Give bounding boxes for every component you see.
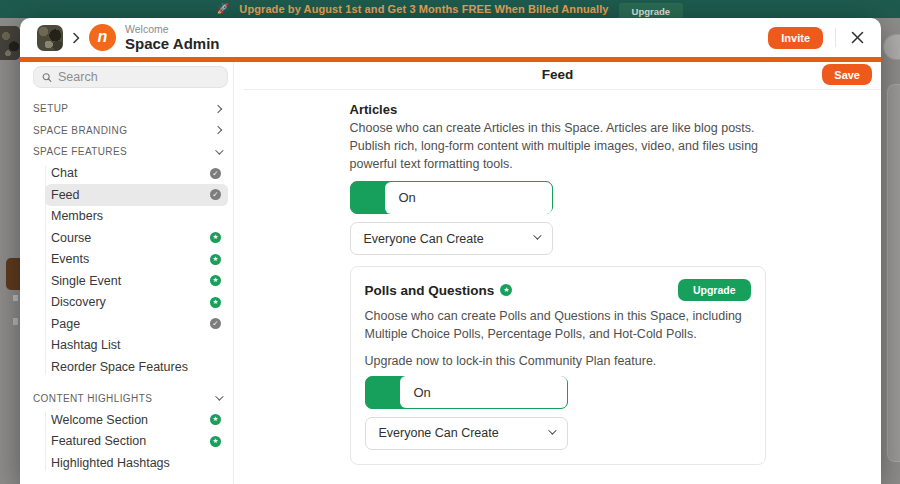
sidebar-group-content-highlights: Welcome Section★Featured Section★Highlig…: [33, 409, 228, 474]
banner-upgrade-button[interactable]: Upgrade: [619, 3, 684, 20]
content-title: Feed: [234, 62, 881, 88]
sidebar-item-single-event[interactable]: Single Event★: [45, 270, 228, 292]
sidebar-section-label: CONTENT HIGHLIGHTS: [33, 393, 152, 404]
close-button[interactable]: [848, 28, 867, 47]
polls-toggle-value: On: [414, 385, 431, 400]
premium-star-icon: ★: [210, 297, 221, 308]
articles-permission-select[interactable]: Everyone Can Create: [350, 222, 553, 255]
background-decoration: [13, 318, 18, 325]
sidebar-item-label: Welcome Section: [51, 413, 148, 427]
close-icon: [850, 30, 865, 45]
premium-star-icon: ★: [210, 436, 221, 447]
chevron-right-icon: [214, 105, 222, 113]
articles-permission-value: Everyone Can Create: [364, 232, 484, 246]
sidebar-item-events[interactable]: Events★: [45, 249, 228, 271]
polls-upgrade-button[interactable]: Upgrade: [678, 279, 751, 301]
sidebar-item-page[interactable]: Page✓: [45, 313, 228, 335]
articles-toggle-value: On: [399, 190, 416, 205]
polls-permission-select[interactable]: Everyone Can Create: [365, 417, 568, 450]
content-header: Feed Save: [234, 62, 881, 90]
page-title: Space Admin: [125, 35, 219, 52]
header-divider: [835, 28, 836, 47]
check-icon: ✓: [210, 189, 221, 200]
chevron-down-icon: [215, 146, 223, 154]
sidebar-item-label: Highlighted Hashtags: [51, 456, 170, 470]
polls-description: Choose who can create Polls and Question…: [365, 308, 751, 344]
background-sidebar-item: [6, 258, 20, 290]
sidebar-item-label: Reorder Space Features: [51, 360, 188, 374]
chevron-down-icon: [548, 426, 556, 434]
polls-upgrade-note: Upgrade now to lock-in this Community Pl…: [365, 354, 751, 368]
space-admin-modal: n Welcome Space Admin Invite SETUPSPACE …: [20, 18, 881, 484]
save-button[interactable]: Save: [822, 64, 872, 85]
sidebar-item-label: Single Event: [51, 274, 121, 288]
chevron-down-icon: [215, 393, 223, 401]
sidebar-item-hashtag-list[interactable]: Hashtag List: [45, 335, 228, 357]
sidebar-item-members[interactable]: Members: [45, 206, 228, 228]
invite-button[interactable]: Invite: [768, 27, 823, 49]
sidebar-item-label: Events: [51, 252, 89, 266]
breadcrumb-chevron-icon[interactable]: [71, 32, 81, 44]
background-card-edge: [887, 84, 900, 462]
sidebar-item-course[interactable]: Course★: [45, 227, 228, 249]
articles-heading: Articles: [350, 102, 766, 117]
settings-sidebar: SETUPSPACE BRANDINGSPACE FEATURESChat✓Fe…: [20, 62, 234, 484]
articles-description: Choose who can create Articles in this S…: [350, 120, 766, 173]
space-avatar[interactable]: [37, 25, 63, 51]
network-logo-glyph: n: [98, 29, 108, 45]
promo-banner: 🚀 Upgrade by August 1st and Get 3 Months…: [0, 0, 900, 18]
content-scroll-area[interactable]: Articles Choose who can create Articles …: [234, 90, 881, 484]
sidebar-item-label: Chat: [51, 166, 77, 180]
welcome-label: Welcome: [125, 23, 219, 35]
sidebar-item-highlighted-hashtags[interactable]: Highlighted Hashtags: [45, 452, 228, 474]
sidebar-item-reorder-space-features[interactable]: Reorder Space Features: [45, 356, 228, 378]
premium-star-icon: ★: [210, 254, 221, 265]
sidebar-item-featured-section[interactable]: Featured Section★: [45, 431, 228, 453]
sidebar-section-content-highlights[interactable]: CONTENT HIGHLIGHTS: [33, 388, 228, 410]
articles-toggle[interactable]: On: [350, 181, 553, 214]
sidebar-item-discovery[interactable]: Discovery★: [45, 292, 228, 314]
sidebar-item-feed[interactable]: Feed✓: [45, 184, 228, 206]
chevron-down-icon: [533, 232, 541, 240]
sidebar-section-label: SPACE FEATURES: [33, 146, 127, 157]
sidebar-item-label: Feed: [51, 188, 80, 202]
sidebar-section-label: SPACE BRANDING: [33, 125, 127, 136]
sidebar-item-label: Hashtag List: [51, 338, 120, 352]
chevron-right-icon: [214, 126, 222, 134]
background-space-avatar: [0, 26, 20, 60]
check-icon: ✓: [210, 168, 221, 179]
polls-permission-value: Everyone Can Create: [379, 426, 499, 440]
network-logo[interactable]: n: [89, 24, 116, 51]
background-decoration: [13, 295, 18, 301]
sidebar-item-chat[interactable]: Chat✓: [45, 163, 228, 185]
sidebar-group-space-features: Chat✓Feed✓MembersCourse★Events★Single Ev…: [33, 163, 228, 378]
premium-star-icon: ★: [210, 275, 221, 286]
sidebar-nav: SETUPSPACE BRANDINGSPACE FEATURESChat✓Fe…: [33, 98, 228, 474]
polls-card: Polls and Questions ★ Upgrade Choose who…: [350, 266, 766, 465]
background-user-avatar: [883, 34, 900, 60]
polls-heading: Polls and Questions: [365, 283, 495, 298]
sidebar-item-label: Page: [51, 317, 80, 331]
modal-header: n Welcome Space Admin Invite: [20, 18, 881, 57]
sidebar-item-label: Discovery: [51, 295, 106, 309]
polls-toggle[interactable]: On: [365, 376, 568, 409]
check-icon: ✓: [210, 318, 221, 329]
promo-banner-text: Upgrade by August 1st and Get 3 Months F…: [239, 3, 608, 15]
breadcrumb: Welcome Space Admin: [125, 23, 219, 52]
premium-star-icon: ★: [500, 284, 512, 296]
settings-content: Feed Save Articles Choose who can create…: [234, 62, 881, 484]
search-icon: [42, 72, 52, 83]
sidebar-section-space-features[interactable]: SPACE FEATURES: [33, 141, 228, 163]
rocket-icon: 🚀: [217, 4, 229, 14]
sidebar-section-setup[interactable]: SETUP: [33, 98, 228, 120]
premium-star-icon: ★: [210, 414, 221, 425]
sidebar-section-label: SETUP: [33, 103, 68, 114]
sidebar-item-label: Members: [51, 209, 103, 223]
premium-star-icon: ★: [210, 232, 221, 243]
sidebar-item-label: Course: [51, 231, 91, 245]
search-input[interactable]: [58, 70, 219, 84]
sidebar-item-label: Featured Section: [51, 434, 146, 448]
sidebar-item-welcome-section[interactable]: Welcome Section★: [45, 409, 228, 431]
search-box[interactable]: [33, 66, 228, 88]
sidebar-section-space-branding[interactable]: SPACE BRANDING: [33, 120, 228, 142]
